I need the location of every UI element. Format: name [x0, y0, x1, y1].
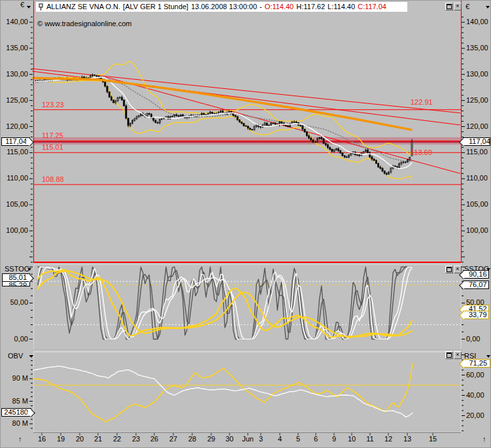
maximize-icon: [447, 353, 452, 358]
x-axis-label[interactable]: 22: [107, 435, 127, 443]
left-axis-currency[interactable]: €: [1, 1, 24, 9]
app-window: € ALLIANZ SE VNA O.N. [ALV GER 1 Stunde]…: [0, 0, 491, 448]
price-axis-label: 125,00: [466, 96, 488, 105]
price-level-label: 123.23: [42, 101, 64, 109]
rsi-axis-label: 20,00: [466, 411, 484, 420]
indicator-callout: 33,79: [463, 311, 489, 319]
x-axis-label[interactable]: 9: [324, 435, 344, 443]
price-axis-label: 105,00: [466, 200, 488, 209]
x-axis-label[interactable]: 20: [70, 435, 90, 443]
chevron-down-icon[interactable]: [486, 268, 490, 271]
maximize-button[interactable]: [445, 266, 453, 273]
chevron-down-icon[interactable]: [27, 268, 31, 271]
rsi-axis-label: 60,00: [466, 371, 484, 379]
x-axis-label[interactable]: 28: [182, 435, 202, 443]
close-icon: ×: [456, 351, 459, 358]
price-axis-label: 140,00: [1, 18, 28, 26]
price-callout: 117,04: [463, 137, 490, 146]
close-button[interactable]: ×: [454, 351, 462, 359]
price-level-label: 108.88: [42, 175, 64, 184]
x-axis-label[interactable]: 16: [32, 435, 52, 443]
indicator-callout: 85,29: [2, 281, 30, 286]
x-axis-label[interactable]: 6: [306, 435, 326, 443]
x-axis-label[interactable]: 5: [288, 435, 308, 443]
price-axis-label: 120,00: [466, 122, 488, 131]
price-axis-label: 120,00: [1, 122, 28, 131]
price-axis-label: 115,00: [466, 148, 488, 156]
right-axis-currency[interactable]: €: [466, 3, 469, 11]
instrument-name: ALLIANZ SE VNA O.N.: [46, 3, 120, 11]
x-axis-label[interactable]: 3: [251, 435, 271, 443]
price-axis-label: 110,00: [466, 174, 488, 182]
price-axis-label: 110,00: [1, 174, 28, 182]
x-axis-label[interactable]: 29: [201, 435, 221, 443]
close-icon: ×: [456, 266, 459, 272]
price-axis-label: 125,00: [1, 96, 28, 105]
indicator-callout: 85,01: [2, 273, 30, 282]
oscillator-axis-label: 0,00: [1, 335, 28, 343]
obv-axis-label: 90 M: [1, 374, 28, 383]
price-axis-label: 105,00: [1, 200, 28, 209]
price-axis-label: 135,00: [1, 44, 28, 52]
price-axis-label: 130,00: [1, 70, 28, 78]
maximize-icon: [447, 4, 452, 9]
scroll-up-icon[interactable]: ↑: [18, 435, 22, 443]
price-axis-label: 130,00: [466, 70, 488, 78]
x-axis-label[interactable]: 27: [163, 435, 183, 443]
price-axis-label: 100,00: [466, 226, 488, 235]
title-separator: -: [260, 3, 262, 11]
indicator-callout: 76,07: [463, 281, 489, 289]
instrument-params: [ALV GER 1 Stunde]: [123, 3, 188, 11]
indicator-callout: 90,16: [463, 270, 489, 279]
quote-close: C:117.04: [358, 3, 386, 11]
oscillator-axis-label: 50,00: [1, 298, 28, 307]
x-axis-label[interactable]: 26: [144, 435, 164, 443]
chart-title-bar: ALLIANZ SE VNA O.N. [ALV GER 1 Stunde] 1…: [36, 2, 407, 12]
indicator-callout-obv: 245180: [1, 408, 31, 417]
indicator-callout-rsi: 71,25: [463, 359, 490, 368]
maximize-icon: [447, 267, 452, 272]
chevron-down-icon[interactable]: [27, 6, 31, 9]
price-level-label: 117.25: [42, 131, 63, 140]
maximize-button[interactable]: [445, 351, 453, 359]
quote-high: H:117.62: [296, 3, 325, 11]
trendline-value-label: 113.69: [411, 148, 432, 157]
x-axis-label[interactable]: 30: [220, 435, 239, 443]
price-axis-label: 100,00: [1, 226, 28, 235]
price-callout: 117,04: [1, 137, 30, 146]
instrument-pin-icon: [38, 3, 44, 11]
chart-canvas[interactable]: [1, 1, 491, 448]
price-axis-label: 140,00: [466, 18, 488, 26]
price-axis-label: 135,00: [466, 44, 488, 52]
chevron-down-icon[interactable]: [486, 6, 490, 9]
quote-datetime: 13.06.2008 13:00:00: [191, 3, 257, 11]
x-axis-label[interactable]: 15: [423, 435, 443, 443]
maximize-button[interactable]: [445, 3, 453, 10]
watermark: © www.tradesignalonline.com: [37, 20, 131, 28]
x-axis-label[interactable]: 10: [342, 435, 362, 443]
trendline-value-label: 122.91: [411, 98, 433, 107]
scroll-up-icon[interactable]: ↑: [483, 435, 486, 443]
x-axis-label[interactable]: 4: [270, 435, 290, 443]
chevron-down-icon[interactable]: [486, 355, 490, 358]
close-icon: ×: [456, 3, 459, 9]
price-level-label: 115.01: [42, 143, 63, 152]
close-button[interactable]: ×: [454, 266, 462, 273]
price-axis-label: 115,00: [1, 148, 28, 156]
quote-open: O:114.40: [265, 3, 294, 11]
x-axis-label[interactable]: 11: [360, 435, 380, 443]
close-button[interactable]: ×: [454, 3, 462, 10]
rsi-axis-label: 40,00: [466, 391, 484, 400]
x-axis-label[interactable]: 13: [398, 435, 417, 443]
pane-header-sstoc[interactable]: SSTOC: [5, 265, 29, 273]
pane-header-obv[interactable]: OBV: [8, 352, 23, 360]
quote-low: L:114.40: [328, 3, 355, 11]
obv-axis-label: 85 M: [1, 397, 28, 405]
oscillator-axis-label: 0,00: [466, 335, 480, 343]
x-axis-label[interactable]: 19: [51, 435, 71, 443]
x-axis-label[interactable]: 23: [126, 435, 146, 443]
x-axis-label[interactable]: 12: [379, 435, 398, 443]
obv-axis-label: 80 M: [1, 419, 28, 428]
chevron-down-icon[interactable]: [29, 355, 33, 358]
x-axis-label[interactable]: 21: [88, 435, 108, 443]
